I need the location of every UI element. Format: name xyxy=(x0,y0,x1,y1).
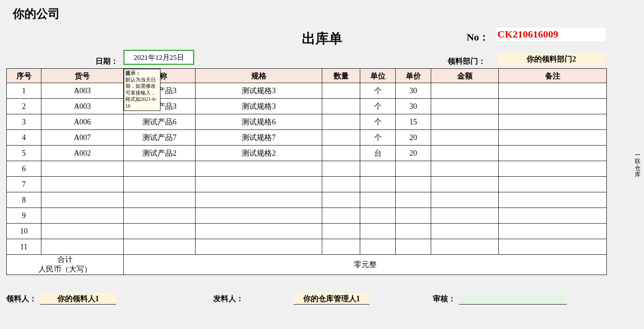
cell-seq[interactable]: 11 xyxy=(7,239,41,255)
cell-price[interactable]: 20 xyxy=(396,130,431,146)
cell-code[interactable]: A003 xyxy=(41,99,124,114)
cell-name[interactable]: 测试产品7 xyxy=(124,130,196,146)
table-row[interactable]: 7 xyxy=(7,177,607,192)
cell-amount[interactable] xyxy=(431,83,499,99)
cell-spec[interactable] xyxy=(196,208,322,224)
cell-price[interactable] xyxy=(396,208,431,224)
cell-unit[interactable]: 个 xyxy=(360,99,396,114)
cell-spec[interactable]: 测试规格6 xyxy=(196,114,322,130)
table-row[interactable]: 4A007测试产品7测试规格7个20 xyxy=(7,130,607,146)
cell-name[interactable] xyxy=(124,177,196,192)
cell-qty[interactable] xyxy=(322,114,360,130)
cell-unit[interactable]: 台 xyxy=(360,146,396,161)
cell-price[interactable]: 20 xyxy=(396,146,431,161)
cell-qty[interactable] xyxy=(322,239,360,255)
cell-remark[interactable] xyxy=(499,83,607,99)
cell-name[interactable] xyxy=(124,161,196,177)
cell-name[interactable] xyxy=(124,224,196,239)
cell-price[interactable] xyxy=(396,161,431,177)
table-row[interactable]: 11 xyxy=(7,239,607,255)
cell-price[interactable] xyxy=(396,177,431,192)
cell-qty[interactable] xyxy=(322,161,360,177)
cell-amount[interactable] xyxy=(431,130,499,146)
cell-code[interactable] xyxy=(41,177,124,192)
cell-unit[interactable]: 个 xyxy=(360,83,396,99)
cell-qty[interactable] xyxy=(322,99,360,114)
cell-remark[interactable] xyxy=(499,146,607,161)
cell-name[interactable]: 测试产品6 xyxy=(124,114,196,130)
cell-amount[interactable] xyxy=(431,114,499,130)
cell-price[interactable] xyxy=(396,192,431,208)
cell-amount[interactable] xyxy=(431,146,499,161)
table-row[interactable]: 2A003测试产品3测试规格3个30 xyxy=(7,99,607,114)
dept-value[interactable]: 你的领料部门2 xyxy=(497,53,605,65)
cell-code[interactable]: A007 xyxy=(41,130,124,146)
cell-remark[interactable] xyxy=(499,239,607,255)
cell-seq[interactable]: 7 xyxy=(7,177,41,192)
cell-unit[interactable] xyxy=(360,239,396,255)
cell-name[interactable] xyxy=(124,208,196,224)
cell-unit[interactable]: 个 xyxy=(360,130,396,146)
auditor-value[interactable] xyxy=(459,293,567,305)
table-row[interactable]: 6 xyxy=(7,161,607,177)
cell-remark[interactable] xyxy=(499,161,607,177)
cell-price[interactable]: 30 xyxy=(396,99,431,114)
cell-spec[interactable] xyxy=(196,239,322,255)
cell-name[interactable]: 测试产品2 xyxy=(124,146,196,161)
no-value[interactable]: CK210616009 xyxy=(496,28,606,41)
cell-spec[interactable]: 测试规格7 xyxy=(196,130,322,146)
cell-price[interactable] xyxy=(396,224,431,239)
cell-seq[interactable]: 5 xyxy=(7,146,41,161)
cell-seq[interactable]: 4 xyxy=(7,130,41,146)
cell-amount[interactable] xyxy=(431,224,499,239)
cell-unit[interactable] xyxy=(360,224,396,239)
cell-spec[interactable] xyxy=(196,161,322,177)
cell-remark[interactable] xyxy=(499,224,607,239)
cell-seq[interactable]: 10 xyxy=(7,224,41,239)
cell-amount[interactable] xyxy=(431,161,499,177)
cell-unit[interactable] xyxy=(360,161,396,177)
cell-spec[interactable]: 测试规格2 xyxy=(196,146,322,161)
cell-spec[interactable]: 测试规格3 xyxy=(196,99,322,114)
receiver-value[interactable]: 你的领料人1 xyxy=(40,293,116,305)
cell-qty[interactable] xyxy=(322,192,360,208)
cell-qty[interactable] xyxy=(322,130,360,146)
cell-name[interactable] xyxy=(124,239,196,255)
cell-amount[interactable] xyxy=(431,208,499,224)
cell-spec[interactable] xyxy=(196,224,322,239)
table-row[interactable]: 8 xyxy=(7,192,607,208)
cell-amount[interactable] xyxy=(431,192,499,208)
cell-code[interactable] xyxy=(41,239,124,255)
cell-seq[interactable]: 8 xyxy=(7,192,41,208)
cell-remark[interactable] xyxy=(499,192,607,208)
date-input[interactable]: 2021年12月25日 xyxy=(123,50,194,65)
cell-amount[interactable] xyxy=(431,99,499,114)
cell-unit[interactable] xyxy=(360,208,396,224)
cell-seq[interactable]: 6 xyxy=(7,161,41,177)
cell-seq[interactable]: 1 xyxy=(7,83,41,99)
cell-seq[interactable]: 9 xyxy=(7,208,41,224)
cell-code[interactable]: A003 xyxy=(41,83,124,99)
cell-remark[interactable] xyxy=(499,208,607,224)
table-row[interactable]: 1A003测试产品3测试规格3个30 xyxy=(7,83,607,99)
cell-code[interactable] xyxy=(41,192,124,208)
cell-amount[interactable] xyxy=(431,239,499,255)
cell-unit[interactable] xyxy=(360,177,396,192)
table-row[interactable]: 3A006测试产品6测试规格6个15 xyxy=(7,114,607,130)
cell-spec[interactable] xyxy=(196,192,322,208)
cell-seq[interactable]: 2 xyxy=(7,99,41,114)
table-row[interactable]: 9 xyxy=(7,208,607,224)
cell-code[interactable] xyxy=(41,224,124,239)
cell-name[interactable] xyxy=(124,192,196,208)
cell-remark[interactable] xyxy=(499,130,607,146)
cell-unit[interactable]: 个 xyxy=(360,114,396,130)
cell-qty[interactable] xyxy=(322,224,360,239)
cell-qty[interactable] xyxy=(322,146,360,161)
cell-remark[interactable] xyxy=(499,99,607,114)
issuer-value[interactable]: 你的仓库管理人1 xyxy=(293,293,370,305)
cell-price[interactable]: 15 xyxy=(396,114,431,130)
cell-spec[interactable] xyxy=(196,177,322,192)
table-row[interactable]: 5A002测试产品2测试规格2台20 xyxy=(7,146,607,161)
cell-price[interactable] xyxy=(396,239,431,255)
cell-code[interactable] xyxy=(41,161,124,177)
